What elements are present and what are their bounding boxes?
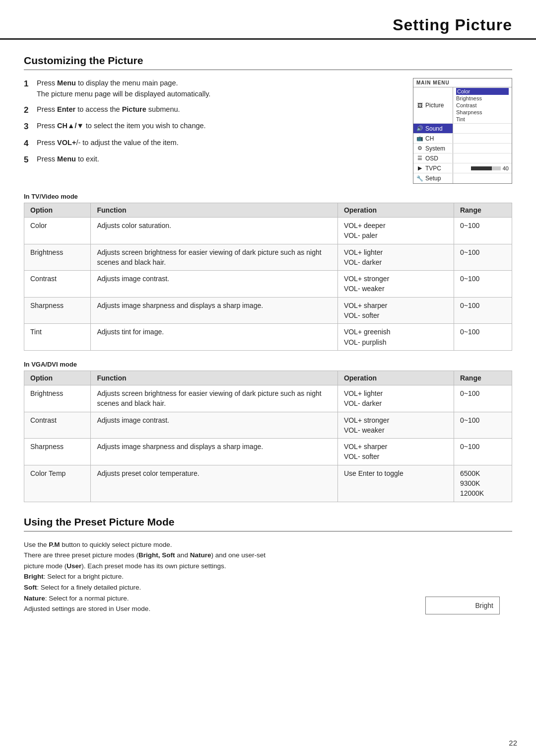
- preset-right: Bright: [413, 539, 512, 614]
- td-function: Adjusts screen brightness for easier vie…: [91, 244, 337, 271]
- preset-menu-box: Bright: [425, 597, 500, 614]
- th-operation-vga: Operation: [337, 371, 454, 385]
- tv-video-table-header: Option Function Operation Range: [24, 203, 512, 218]
- ch-icon: 📺: [416, 135, 423, 142]
- td-range: 0~100: [454, 271, 512, 298]
- td-option: Color Temp: [24, 465, 91, 502]
- vga-dvi-mode-label: In VGA/DVI mode: [24, 361, 512, 368]
- menu-row-tvpc: ▶ TVPC 40: [413, 163, 512, 173]
- table-row: Sharpness Adjusts image sharpness and di…: [24, 297, 512, 324]
- menu-item-tvpc: ▶ TVPC: [413, 163, 453, 173]
- preset-line3: picture mode (User). Each preset mode ha…: [24, 561, 401, 572]
- tv-video-mode-label: In TV/Video mode: [24, 193, 512, 200]
- menu-row-picture: 🖼 Picture Color Brightness Contrast Shar…: [413, 87, 512, 124]
- slider-value: 40: [503, 165, 509, 171]
- menu-row-ch: 📺 CH: [413, 134, 512, 144]
- td-operation: VOL+ deeperVOL- paler: [337, 218, 454, 244]
- sub-item-brightness: Brightness: [456, 95, 509, 102]
- td-option: Color: [24, 218, 91, 244]
- table-row: Color Adjusts color saturation. VOL+ dee…: [24, 218, 512, 244]
- table-row: Brightness Adjusts screen brightness for…: [24, 385, 512, 412]
- setup-icon: 🔧: [416, 175, 423, 182]
- td-option: Brightness: [24, 385, 91, 412]
- td-option: Contrast: [24, 412, 91, 439]
- step-1-text: Press Menu to display the menu main page…: [37, 78, 401, 100]
- step-4-num: 4: [24, 137, 33, 150]
- preset-nature: Nature: Select for a normal picture.: [24, 593, 401, 604]
- td-range: 0~100: [454, 412, 512, 439]
- td-range: 0~100: [454, 385, 512, 412]
- step-2-num: 2: [24, 104, 33, 117]
- section-preset: Using the Preset Picture Mode Use the P.…: [24, 516, 512, 614]
- step-2: 2 Press Enter to access the Picture subm…: [24, 104, 401, 117]
- td-range: 0~100: [454, 324, 512, 351]
- step-4: 4 Press VOL+/- to adjust the value of th…: [24, 138, 401, 150]
- td-range: 0~100: [454, 439, 512, 465]
- table-row: Sharpness Adjusts image sharpness and di…: [24, 439, 512, 465]
- td-option: Brightness: [24, 244, 91, 271]
- menu-item-picture: 🖼 Picture: [413, 87, 453, 123]
- menu-label-sound: Sound: [425, 125, 443, 132]
- td-option: Sharpness: [24, 439, 91, 465]
- table-row: Brightness Adjusts screen brightness for…: [24, 244, 512, 271]
- td-function: Adjusts image contrast.: [91, 412, 337, 439]
- th-option-vga: Option: [24, 371, 91, 385]
- step-1: 1 Press Menu to display the menu main pa…: [24, 78, 401, 100]
- section1-divider: [24, 70, 512, 70]
- td-range: 6500K9300K12000K: [454, 465, 512, 502]
- section2-title: Using the Preset Picture Mode: [24, 516, 512, 528]
- menu-label-osd: OSD: [425, 155, 438, 162]
- step-5-text: Press Menu to exit.: [37, 154, 401, 165]
- menu-sub-osd: [453, 153, 512, 163]
- td-option: Sharpness: [24, 297, 91, 324]
- section2-divider: [24, 531, 512, 531]
- main-menu-container: MAIN MENU 🖼 Picture Color Brightness Con…: [413, 78, 512, 184]
- td-operation: VOL+ strongerVOL- weaker: [337, 271, 454, 298]
- menu-label-system: System: [425, 145, 445, 152]
- td-operation: VOL+ strongerVOL- weaker: [337, 412, 454, 439]
- th-function-tv: Function: [91, 203, 337, 218]
- th-range-tv: Range: [454, 203, 512, 218]
- step-4-text: Press VOL+/- to adjust the value of the …: [37, 138, 401, 149]
- sub-item-tint: Tint: [456, 116, 509, 123]
- table-row: Tint Adjusts tint for image. VOL+ greeni…: [24, 324, 512, 351]
- slider-bar: [471, 166, 501, 170]
- system-icon: ⚙: [416, 145, 423, 151]
- page-title: Setting Picture: [24, 16, 512, 34]
- vga-dvi-table: Option Function Operation Range Brightne…: [24, 371, 512, 502]
- menu-sub-system: [453, 144, 512, 153]
- menu-item-setup: 🔧 Setup: [413, 173, 453, 183]
- main-menu-box: MAIN MENU 🖼 Picture Color Brightness Con…: [413, 78, 512, 184]
- menu-item-osd: ☰ OSD: [413, 153, 453, 163]
- menu-label-picture: Picture: [425, 102, 444, 109]
- page-number: 22: [509, 739, 517, 747]
- td-function: Adjusts color saturation.: [91, 218, 337, 244]
- page-header: Setting Picture: [0, 0, 536, 40]
- step-3-num: 3: [24, 120, 33, 133]
- vga-dvi-table-header: Option Function Operation Range: [24, 371, 512, 385]
- td-range: 0~100: [454, 218, 512, 244]
- main-menu-title: MAIN MENU: [413, 78, 512, 87]
- menu-sub-tvpc: 40: [453, 163, 512, 173]
- td-range: 0~100: [454, 244, 512, 271]
- preset-left: Use the P.M button to quickly select pic…: [24, 539, 401, 614]
- preset-container: Use the P.M button to quickly select pic…: [24, 539, 512, 614]
- menu-item-system: ⚙ System: [413, 144, 453, 153]
- td-function: Adjusts preset color temperature.: [91, 465, 337, 502]
- preset-line2: There are three preset picture modes (Br…: [24, 550, 401, 561]
- sub-item-color: Color: [456, 88, 509, 95]
- th-option-tv: Option: [24, 203, 91, 218]
- td-function: Adjusts image contrast.: [91, 271, 337, 298]
- step-5-num: 5: [24, 153, 33, 166]
- step-2-text: Press Enter to access the Picture submen…: [37, 104, 401, 115]
- sub-item-sharpness: Sharpness: [456, 109, 509, 116]
- td-function: Adjusts screen brightness for easier vie…: [91, 385, 337, 412]
- menu-sub-ch: [453, 134, 512, 143]
- table-row: Contrast Adjusts image contrast. VOL+ st…: [24, 271, 512, 298]
- step-3: 3 Press CH▲/▼ to select the item you wis…: [24, 121, 401, 133]
- preset-line1: Use the P.M button to quickly select pic…: [24, 539, 401, 550]
- menu-label-tvpc: TVPC: [425, 165, 441, 172]
- menu-row-osd: ☰ OSD: [413, 153, 512, 163]
- step-3-text: Press CH▲/▼ to select the item you wish …: [37, 121, 401, 132]
- tvpc-icon: ▶: [416, 165, 423, 171]
